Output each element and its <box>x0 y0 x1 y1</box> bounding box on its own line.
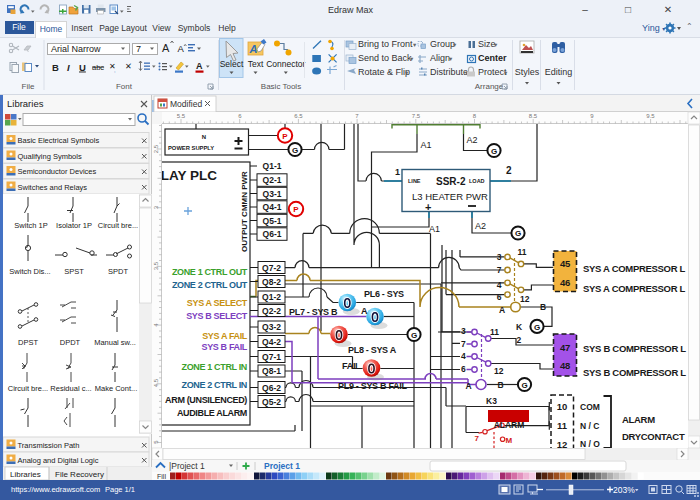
svg-text:G: G <box>521 381 527 390</box>
svg-text:Project 1: Project 1 <box>264 461 300 471</box>
svg-text:SYS A FAIL: SYS A FAIL <box>202 331 248 341</box>
svg-text:7: 7 <box>475 434 480 443</box>
svg-text:A: A <box>178 43 185 54</box>
svg-text:5.5: 5.5 <box>177 113 186 119</box>
svg-text:Q8-2: Q8-2 <box>262 277 281 287</box>
svg-text:6: 6 <box>497 292 502 302</box>
svg-text:Bring to Front: Bring to Front <box>358 39 413 49</box>
svg-text:▾: ▾ <box>494 41 498 48</box>
svg-text:Modified: Modified <box>170 99 202 109</box>
svg-text:PL9 - SYS B FAIL: PL9 - SYS B FAIL <box>338 381 408 391</box>
svg-text:Libraries: Libraries <box>7 98 44 109</box>
svg-text:RELAY PLC: RELAY PLC <box>162 168 217 183</box>
svg-text:Select: Select <box>220 59 244 69</box>
svg-text:Send to Back: Send to Back <box>358 53 412 63</box>
svg-text:G: G <box>411 331 417 340</box>
svg-text:4: 4 <box>461 351 466 361</box>
svg-text:SPDT: SPDT <box>108 267 128 276</box>
svg-text:1: 1 <box>395 167 400 177</box>
svg-text:Q2-1: Q2-1 <box>263 175 282 185</box>
svg-text:▾: ▾ <box>453 41 457 48</box>
svg-text:LINE: LINE <box>408 178 421 184</box>
svg-text:OUTPUT CMMN PWR: OUTPUT CMMN PWR <box>240 171 249 252</box>
svg-text:2: 2 <box>506 165 512 176</box>
svg-text:|Project 1: |Project 1 <box>169 461 205 471</box>
svg-text:SYS A SELECT: SYS A SELECT <box>187 298 248 308</box>
svg-text:P: P <box>282 132 288 141</box>
svg-text:A: A <box>361 306 368 316</box>
svg-text:12: 12 <box>520 294 530 304</box>
svg-text:Switch 1P: Switch 1P <box>14 221 47 230</box>
svg-text:abc: abc <box>92 63 104 72</box>
svg-text:11: 11 <box>557 420 568 431</box>
svg-text:PL8 - SYS A: PL8 - SYS A <box>348 345 397 355</box>
svg-text:ZONE 2 CTRL OUT: ZONE 2 CTRL OUT <box>172 280 248 290</box>
svg-text:+: + <box>425 201 431 213</box>
svg-text:B: B <box>540 302 546 312</box>
svg-text:Make Cont...: Make Cont... <box>95 384 138 393</box>
svg-text:11: 11 <box>490 327 499 337</box>
svg-text:L3 HEATER PWR: L3 HEATER PWR <box>412 191 488 202</box>
svg-text:Arial Narrow: Arial Narrow <box>51 44 101 54</box>
svg-text:K3: K3 <box>486 396 497 406</box>
svg-text:Libraries: Libraries <box>10 470 41 479</box>
svg-text:Styles: Styles <box>515 67 540 77</box>
svg-text:N: N <box>202 134 206 140</box>
svg-text:M: M <box>506 436 513 445</box>
svg-text:Distribute: Distribute <box>430 67 468 77</box>
svg-text:10: 10 <box>557 401 568 412</box>
svg-text:FAIL: FAIL <box>342 361 361 371</box>
svg-text:Manual sw...: Manual sw... <box>94 338 136 347</box>
svg-text:SYS B COMPRESSOR L: SYS B COMPRESSOR L <box>583 367 686 378</box>
svg-text:45: 45 <box>560 258 571 269</box>
svg-text:SSR-2: SSR-2 <box>436 176 466 187</box>
svg-text:File Recovery: File Recovery <box>55 470 104 479</box>
svg-text:Q6-1: Q6-1 <box>263 229 282 239</box>
svg-text:Circuit bre...: Circuit bre... <box>8 384 48 393</box>
svg-text:COM: COM <box>580 402 600 412</box>
svg-text:SYS A COMPRESSOR L: SYS A COMPRESSOR L <box>583 263 686 274</box>
svg-text:12: 12 <box>557 439 568 449</box>
svg-text:Center: Center <box>478 53 507 63</box>
svg-text:4: 4 <box>497 280 502 290</box>
svg-text:A: A <box>465 381 471 391</box>
svg-text:6: 6 <box>461 364 466 374</box>
svg-text:203%: 203% <box>613 485 635 495</box>
svg-text:Q3-2: Q3-2 <box>262 322 281 332</box>
svg-text:Q1-2: Q1-2 <box>262 292 281 302</box>
svg-text:G: G <box>292 146 298 155</box>
svg-text:Switches and Relays: Switches and Relays <box>18 183 88 192</box>
svg-text:ALARM: ALARM <box>494 420 525 430</box>
svg-text:Editing: Editing <box>545 67 573 77</box>
svg-text:3.5: 3.5 <box>153 261 159 270</box>
svg-text:6.5: 6.5 <box>294 113 303 119</box>
svg-text:SYS A COMPRESSOR L: SYS A COMPRESSOR L <box>583 283 686 294</box>
svg-text:Basic Electrical Symbols: Basic Electrical Symbols <box>18 136 100 145</box>
svg-text:AUDIBLE ALARM: AUDIBLE ALARM <box>177 408 247 418</box>
svg-text:46: 46 <box>560 277 570 288</box>
svg-text:Q7-2: Q7-2 <box>262 263 281 273</box>
svg-text:File: File <box>22 82 35 91</box>
svg-text:Q3-1: Q3-1 <box>263 189 282 199</box>
svg-text:B: B <box>497 380 503 390</box>
svg-text:Basic Tools: Basic Tools <box>261 82 301 91</box>
svg-text:SYS B FAIL: SYS B FAIL <box>201 342 247 352</box>
svg-text:4.5: 4.5 <box>153 378 159 387</box>
svg-text:A: A <box>499 305 505 315</box>
svg-text:Connector: Connector <box>266 59 305 69</box>
svg-text:3: 3 <box>461 326 466 336</box>
svg-text:Circuit bre...: Circuit bre... <box>98 221 138 230</box>
svg-text:Switch Dis...: Switch Dis... <box>9 267 50 276</box>
svg-text:P: P <box>293 205 299 214</box>
svg-text:9.5: 9.5 <box>646 113 655 119</box>
svg-text:7: 7 <box>461 339 466 349</box>
svg-text:N / C: N / C <box>580 421 599 431</box>
svg-text:Text: Text <box>248 59 264 69</box>
svg-text:A2: A2 <box>467 135 478 145</box>
svg-text:Rotate & Flip: Rotate & Flip <box>358 67 410 77</box>
svg-text:Isolator 1P: Isolator 1P <box>56 221 92 230</box>
svg-text:Size: Size <box>478 39 496 49</box>
svg-text:Q7-1: Q7-1 <box>262 352 281 362</box>
svg-text:8.5: 8.5 <box>529 113 538 119</box>
svg-text:47: 47 <box>560 342 570 353</box>
